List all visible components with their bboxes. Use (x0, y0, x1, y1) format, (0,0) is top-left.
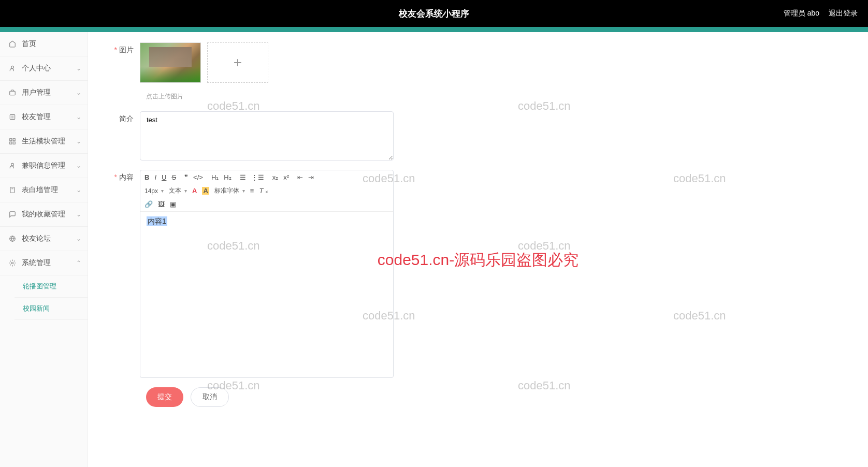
svg-rect-8 (13, 142, 15, 144)
underline-button[interactable]: U (162, 173, 166, 181)
list-icon (8, 113, 17, 121)
admin-label[interactable]: 管理员 abo (784, 9, 819, 18)
h2-button[interactable]: H₂ (224, 173, 231, 181)
form-row-content: 内容 B I U S ❞ </> H₁ H₂ (109, 170, 847, 378)
strikethrough-button[interactable]: S (171, 173, 176, 181)
home-icon (8, 40, 17, 48)
person-icon (8, 162, 17, 170)
sidebar-item-label: 我的收藏管理 (22, 210, 65, 219)
intro-label: 简介 (109, 111, 140, 124)
bg-color-button[interactable]: A (202, 187, 209, 195)
sidebar-item-label: 生活模块管理 (22, 137, 65, 146)
intro-textarea[interactable] (140, 111, 394, 160)
editor-row3: 🔗 🖼 ▣ (144, 200, 389, 208)
unordered-list-button[interactable]: ⋮☰ (251, 173, 264, 181)
chevron-down-icon: ⌄ (76, 89, 81, 96)
briefcase-icon (8, 89, 17, 97)
svg-rect-6 (13, 139, 15, 141)
editor-row2: 14px 文本 A A 标准字体 ≡ Tₓ (144, 186, 389, 195)
grid-icon (8, 137, 17, 145)
chevron-up-icon: ⌃ (76, 259, 81, 267)
editor-list-group: ☰ ⋮☰ (240, 173, 264, 181)
chevron-down-icon: ⌄ (76, 138, 81, 145)
editor-format-group: B I U S (144, 173, 176, 181)
form-buttons: 提交 取消 (146, 387, 847, 407)
editor-script-group: x₂ x² (272, 173, 289, 181)
svg-rect-1 (10, 91, 16, 95)
text-color-button[interactable]: A (192, 187, 197, 195)
bold-button[interactable]: B (144, 173, 149, 181)
user-icon (8, 64, 17, 72)
sidebar-item-label: 系统管理 (22, 258, 51, 268)
sidebar-item-label: 用户管理 (22, 88, 51, 97)
sidebar-item-forum[interactable]: 校友论坛 ⌄ (0, 227, 88, 251)
app-header: 校友会系统小程序 管理员 abo 退出登录 (0, 0, 868, 27)
sidebar-item-home[interactable]: 首页 (0, 32, 88, 56)
chevron-down-icon: ⌄ (76, 186, 81, 194)
clear-format-button[interactable]: Tₓ (259, 187, 268, 195)
logout-link[interactable]: 退出登录 (829, 9, 858, 18)
sidebar-item-label: 首页 (22, 39, 36, 49)
sidebar-item-confession[interactable]: 表白墙管理 ⌄ (0, 178, 88, 202)
editor-content-area[interactable]: 内容1 (140, 212, 393, 377)
ordered-list-button[interactable]: ☰ (240, 173, 246, 181)
image-label: 图片 (109, 42, 140, 55)
chevron-down-icon: ⌄ (76, 113, 81, 121)
sidebar-item-alumni[interactable]: 校友管理 ⌄ (0, 105, 88, 129)
font-type-select[interactable]: 文本 (169, 186, 187, 195)
sidebar: 首页 个人中心 ⌄ 用户管理 ⌄ 校友管理 ⌄ 生活模块管理 ⌄ 兼职信息管理 … (0, 32, 88, 467)
code-button[interactable]: </> (193, 173, 203, 181)
image-preview[interactable] (140, 42, 201, 83)
italic-button[interactable]: I (154, 173, 156, 181)
sidebar-item-label: 校友管理 (22, 112, 51, 122)
svg-point-0 (11, 66, 14, 68)
font-size-select[interactable]: 14px (144, 187, 164, 195)
indent-button[interactable]: ⇥ (308, 173, 314, 181)
app-title: 校友会系统小程序 (399, 8, 469, 20)
svg-point-9 (11, 163, 14, 166)
svg-rect-7 (10, 142, 12, 144)
editor-heading-group: H₁ H₂ (211, 173, 232, 181)
chevron-down-icon: ⌄ (76, 65, 81, 72)
sidebar-item-label: 校友论坛 (22, 234, 51, 243)
image-preview-area: + (140, 42, 268, 83)
sidebar-item-label: 兼职信息管理 (22, 161, 65, 170)
image-button[interactable]: 🖼 (158, 200, 165, 208)
font-family-select[interactable]: 标准字体 (214, 186, 245, 195)
submenu-item-news[interactable]: 校园新闻 (15, 298, 88, 320)
submenu-item-carousel[interactable]: 轮播图管理 (15, 275, 88, 298)
subscript-button[interactable]: x₂ (272, 173, 279, 181)
outdent-button[interactable]: ⇤ (297, 173, 303, 181)
superscript-button[interactable]: x² (283, 173, 289, 181)
editor-indent-group: ⇤ ⇥ (297, 173, 314, 181)
editor-toolbar: B I U S ❞ </> H₁ H₂ ☰ ⋮☰ (140, 170, 393, 212)
svg-rect-5 (10, 139, 12, 141)
sidebar-item-parttime[interactable]: 兼职信息管理 ⌄ (0, 154, 88, 178)
globe-icon (8, 235, 17, 243)
quote-button[interactable]: ❞ (184, 173, 188, 181)
svg-rect-10 (10, 187, 15, 193)
editor-quote-group: ❞ </> (184, 173, 203, 181)
chevron-down-icon: ⌄ (76, 235, 81, 242)
cancel-button[interactable]: 取消 (191, 387, 229, 407)
svg-point-14 (11, 262, 13, 264)
sidebar-item-users[interactable]: 用户管理 ⌄ (0, 81, 88, 105)
sidebar-item-life[interactable]: 生活模块管理 ⌄ (0, 129, 88, 154)
form-row-image: 图片 + (109, 42, 847, 83)
link-button[interactable]: 🔗 (144, 200, 153, 208)
chevron-down-icon: ⌄ (76, 162, 81, 169)
align-button[interactable]: ≡ (250, 187, 254, 195)
sidebar-item-favorites[interactable]: 我的收藏管理 ⌄ (0, 202, 88, 227)
editor-text: 内容1 (147, 216, 167, 226)
svg-rect-2 (10, 114, 15, 119)
sidebar-item-system[interactable]: 系统管理 ⌃ (0, 251, 88, 275)
settings-icon (8, 259, 17, 267)
image-upload-button[interactable]: + (207, 42, 268, 83)
chat-icon (8, 210, 17, 218)
h1-button[interactable]: H₁ (211, 173, 219, 181)
sidebar-item-personal[interactable]: 个人中心 ⌄ (0, 56, 88, 81)
sidebar-item-label: 个人中心 (22, 64, 51, 73)
header-right-area: 管理员 abo 退出登录 (784, 9, 858, 18)
video-button[interactable]: ▣ (170, 200, 176, 208)
submit-button[interactable]: 提交 (146, 387, 183, 407)
